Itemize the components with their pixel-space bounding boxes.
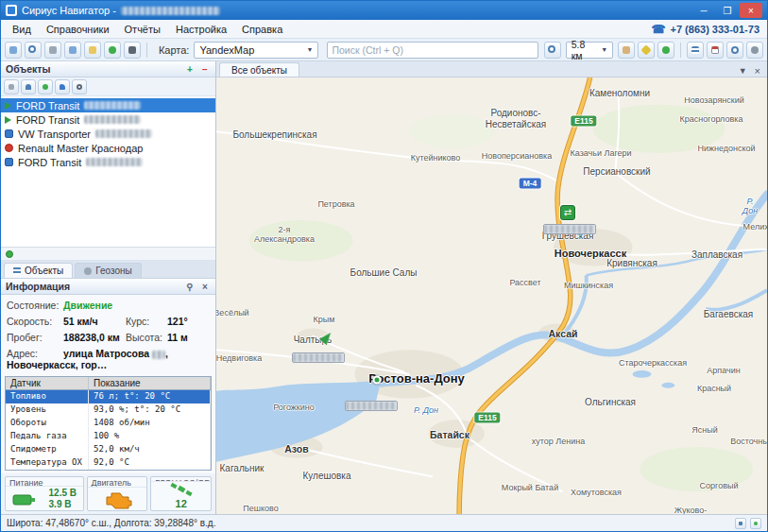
maximize-button[interactable]: ❐ [716, 3, 739, 18]
calendar-icon[interactable] [707, 42, 724, 59]
scale-select[interactable]: 5.8 км ▼ [566, 42, 614, 59]
menu-item[interactable]: Отчёты [117, 22, 168, 37]
zoom-in-icon[interactable] [544, 42, 561, 59]
screen-icon[interactable] [5, 42, 22, 59]
tab-objects[interactable]: Объекты [4, 263, 73, 278]
scale-value: 5.8 км [572, 39, 594, 61]
sensor-value: 52,0 км/ч [89, 443, 211, 456]
close-icon[interactable]: × [199, 281, 211, 292]
menu-item[interactable]: Вид [5, 22, 39, 37]
object-row[interactable]: VW Transporter [1, 127, 215, 141]
address-value: улица Матросова [63, 348, 149, 359]
course-value: 121° [167, 316, 188, 327]
sensor-row[interactable]: Уровень93,0 %; t°: 20 °C [6, 403, 211, 417]
redacted-text [86, 158, 143, 166]
tab-geozones-label: Геозоны [95, 266, 132, 276]
power-gauge: Питание 12.5 В 3.9 В [5, 476, 84, 511]
sensor-row[interactable]: Обороты1408 об/мин [6, 417, 211, 430]
object-row[interactable]: FORD Transit [1, 98, 215, 112]
info-panel-body: Состояние: Движение Скорость: 51 км/ч Ку… [1, 295, 215, 375]
map-graphics [216, 77, 767, 514]
sensor-row[interactable]: Педаль газа100 % [6, 430, 211, 443]
binoculars-icon[interactable] [21, 79, 36, 94]
title-bar[interactable]: Сириус Навигатор - ─ ❐ × [1, 1, 767, 20]
ruler-icon[interactable] [638, 42, 655, 59]
sensor-value: 92,0 °C [89, 456, 211, 470]
camera-icon[interactable] [124, 42, 141, 59]
engine-gauge-title: Двигатель [88, 477, 147, 488]
minimize-button[interactable]: ─ [692, 3, 715, 18]
gauges-row: Питание 12.5 В 3.9 В Двигатель [1, 473, 215, 514]
pin-icon[interactable]: ⚲ [184, 281, 196, 292]
gps-status-icon [750, 518, 761, 529]
object-row[interactable]: FORD Transit [1, 112, 215, 127]
gps-gauge: ГЛОНАСС/GPS 12 [150, 476, 212, 511]
printer-icon[interactable] [44, 42, 61, 59]
menu-item[interactable]: Справочники [39, 22, 117, 37]
list-icon [13, 267, 21, 275]
tab-geozones[interactable]: Геозоны [75, 263, 142, 278]
menu-bar-items: ВидСправочникиОтчётыНастройкаСправка [5, 22, 290, 37]
object-row[interactable]: Renault Master Краснодар [1, 141, 215, 155]
clock-icon[interactable] [726, 42, 743, 59]
legend-icon[interactable] [687, 42, 704, 59]
sensor-value: 93,0 %; t°: 20 °C [89, 403, 211, 417]
state-label: Состояние: [7, 300, 63, 311]
menu-item[interactable]: Справка [234, 22, 290, 37]
search-icon[interactable] [25, 42, 42, 59]
sensor-name: Педаль газа [6, 430, 89, 443]
connection-status-icon [6, 250, 13, 258]
object-label: VW Transporter [18, 129, 91, 140]
power-icon [12, 490, 37, 507]
info-panel-header: Информация ⚲ × [1, 279, 215, 295]
map-tab-all-objects[interactable]: Все объекты [219, 62, 299, 77]
printer-icon[interactable] [4, 79, 19, 94]
road-badge: Е115 [474, 413, 500, 423]
remove-object-icon[interactable]: − [199, 63, 211, 75]
traffic-icon[interactable] [657, 42, 674, 59]
object-label: Renault Master Краснодар [18, 143, 143, 154]
state-value: Движение [63, 300, 112, 311]
mileage-value: 188238,0 км [63, 332, 126, 343]
map-select[interactable]: YandexMap ▼ [194, 42, 318, 59]
settings-icon[interactable] [746, 42, 763, 59]
tab-objects-label: Объекты [25, 266, 63, 276]
export-icon[interactable] [64, 42, 81, 59]
sensor-row[interactable]: Топливо76 л; t°: 20 °C [6, 390, 211, 403]
redacted-text [84, 115, 141, 124]
close-icon[interactable]: × [755, 65, 760, 77]
map-canvas[interactable]: КаменоломниНовозарянскийКрасногорловкаРо… [216, 77, 767, 514]
globe-icon[interactable] [38, 79, 53, 94]
close-button[interactable]: × [740, 3, 762, 18]
globe-icon[interactable] [104, 42, 121, 59]
road-badge: Е115 [571, 116, 596, 127]
sensor-col-name: Датчик [6, 377, 89, 389]
menu-item[interactable]: Настройка [168, 22, 234, 37]
vehicle-plate-redacted[interactable] [543, 224, 596, 234]
network-status-icon [735, 518, 746, 529]
mail-icon[interactable] [84, 42, 101, 59]
car-icon[interactable] [55, 79, 70, 94]
sensor-row[interactable]: Температура ОХ92,0 °C [6, 456, 211, 470]
eye-icon[interactable] [72, 79, 87, 94]
vehicle-plate-redacted[interactable] [345, 401, 398, 411]
phone-icon: ☎ [652, 23, 666, 36]
search-box[interactable] [327, 42, 538, 59]
power-gauge-title: Питание [6, 477, 83, 487]
map-tab-bar: Все объекты ▼ × [216, 61, 767, 77]
sensor-name: Уровень [6, 403, 89, 417]
mileage-label: Пробег: [7, 332, 63, 343]
power-voltage-backup: 3.9 В [49, 499, 77, 509]
sensor-row[interactable]: Спидометр52,0 км/ч [6, 443, 211, 456]
engine-icon [102, 489, 132, 509]
object-row[interactable]: FORD Transit [1, 155, 215, 169]
parked-status-icon [5, 129, 13, 138]
add-object-icon[interactable]: + [184, 63, 196, 75]
pan-icon[interactable] [618, 42, 635, 59]
vehicle-marker-route[interactable]: ⇄ [560, 205, 575, 220]
search-input[interactable] [332, 44, 533, 56]
vehicle-plate-redacted[interactable] [292, 352, 345, 363]
chevron-down-icon: ▼ [601, 46, 607, 53]
chevron-down-icon[interactable]: ▼ [739, 66, 747, 76]
vehicle-marker-dot[interactable] [373, 376, 382, 385]
